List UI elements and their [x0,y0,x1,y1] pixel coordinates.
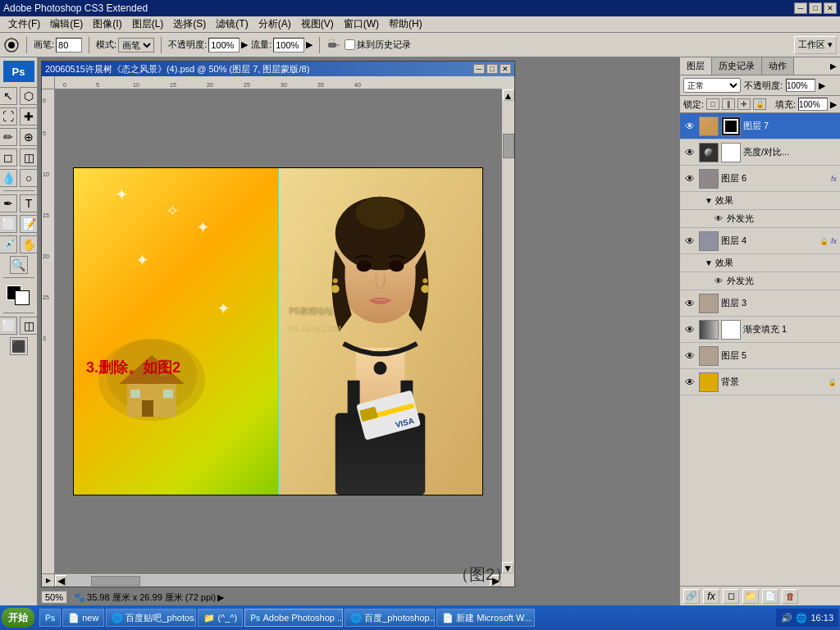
vscroll-up-btn[interactable]: ▲ [503,89,514,101]
title-bar-buttons[interactable]: ─ □ ✕ [794,2,837,14]
notes-tool[interactable]: 📝 [20,215,38,233]
hscroll-track[interactable] [66,575,490,587]
hscroll-thumb[interactable] [91,576,140,586]
sub-layer-eye-glow-6[interactable]: 👁 [713,213,724,225]
color-picker[interactable] [3,282,34,308]
tab-history[interactable]: 历史记录 [712,57,762,75]
add-mask-btn[interactable]: ◻ [723,589,739,604]
taskbar-item-ps[interactable]: Ps [39,609,61,627]
healing-tool[interactable]: ✚ [20,107,38,126]
lasso-tool[interactable]: ⬡ [20,87,38,105]
blend-mode-select[interactable]: 正常 [683,78,741,93]
taskbar-item-baidu-ps[interactable]: 🌐 百度_photoshop... [345,609,435,627]
standard-mode[interactable]: ⬜ [0,317,17,335]
blur-tool[interactable]: 💧 [0,169,17,187]
airbrush-btn[interactable] [326,38,341,52]
tab-layers[interactable]: 图层 [680,57,712,75]
canvas-viewport[interactable]: ✦ ✦ ✧ ✦ ✦ [55,89,501,573]
layer-eye-3[interactable]: 👁 [683,297,696,310]
layer-row-4[interactable]: 👁 图层 4 🔒 fx [680,228,840,254]
vscroll-thumb[interactable] [503,134,514,158]
layer-row-gradient[interactable]: 👁 渐变填充 1 [680,317,840,343]
sub-layer-eye-glow-4[interactable]: 👁 [713,276,724,287]
quickmask-mode[interactable]: ◫ [20,317,38,335]
clone-tool[interactable]: ⊕ [20,128,38,146]
menu-filter[interactable]: 滤镜(T) [211,16,253,33]
brush-size-input[interactable] [56,38,82,52]
panel-options-btn[interactable]: ▶ [830,62,837,71]
layer-row-5[interactable]: 👁 图层 5 [680,343,840,369]
shape-tool[interactable]: ⬜ [0,215,17,233]
menu-analyze[interactable]: 分析(A) [253,16,296,33]
workspace-btn[interactable]: 工作区 ▾ [794,36,837,54]
layer-row-6[interactable]: 👁 图层 6 fx [680,166,840,192]
fx-btn[interactable]: fx [703,589,719,604]
text-tool[interactable]: T [20,194,38,212]
hscroll-left-btn[interactable]: ◀ [55,575,66,587]
history-check[interactable] [345,39,355,50]
layer-row-bg[interactable]: 👁 背景 🔒 [680,369,840,395]
new-layer-btn[interactable]: 📄 [762,589,778,604]
doc-minimize-btn[interactable]: ─ [473,64,485,74]
menu-help[interactable]: 帮助(H) [384,16,427,33]
taskbar-item-word[interactable]: 📄 新建 Microsoft W... [436,609,535,627]
lock-paint-btn[interactable]: ∥ [722,98,735,110]
menu-layer[interactable]: 图层(L) [127,16,169,33]
menu-file[interactable]: 文件(F) [3,16,45,33]
taskbar-item-folder[interactable]: 📁 (^_^) [198,609,243,627]
zoom-tool[interactable]: 🔍 [10,256,28,274]
layer-eye-6[interactable]: 👁 [683,172,696,185]
flow-input[interactable] [273,38,304,52]
opacity-value-input[interactable] [786,79,815,92]
lock-move-btn[interactable]: ✛ [737,98,751,110]
screen-mode[interactable]: ⬛ [10,337,28,355]
move-tool[interactable]: ↖ [0,87,17,105]
minimize-button[interactable]: ─ [794,2,807,14]
menu-window[interactable]: 窗口(W) [339,16,384,33]
layer-row-3[interactable]: 👁 图层 3 [680,290,840,317]
menu-select[interactable]: 选择(S) [168,16,211,33]
layer-row-brightness[interactable]: 👁 亮度/对比... [680,139,840,166]
gradient-tool[interactable]: ◫ [20,148,38,167]
doc-hscroll[interactable]: ◀ ▶ [55,573,501,587]
crop-tool[interactable]: ⛶ [0,107,17,126]
opacity-arrow[interactable]: ▶ [819,80,825,91]
tab-actions[interactable]: 动作 [762,57,794,75]
layer-eye-bg[interactable]: 👁 [683,376,696,389]
menu-view[interactable]: 视图(V) [296,16,339,33]
doc-maximize-btn[interactable]: □ [486,64,498,74]
menu-edit[interactable]: 编辑(E) [45,16,88,33]
dodge-tool[interactable]: ○ [20,169,38,187]
hand-tool[interactable]: ✋ [20,235,38,253]
pen-tool[interactable]: ✒ [0,194,17,212]
layer-eye-gradient[interactable]: 👁 [683,323,696,336]
layer-row-7[interactable]: 👁 图层 7 [680,113,840,139]
maximize-button[interactable]: □ [809,2,822,14]
taskbar-item-new[interactable]: 📄 new [62,609,104,627]
fill-value-input[interactable] [798,98,828,111]
start-button[interactable]: 开始 [2,608,34,628]
fill-arrow[interactable]: ▶ [830,99,837,110]
close-button[interactable]: ✕ [824,2,837,14]
history-checkbox[interactable]: 抹到历史记录 [345,39,411,51]
link-layers-btn[interactable]: 🔗 [683,589,700,604]
eraser-tool[interactable]: ◻ [0,148,17,167]
layer-eye-5[interactable]: 👁 [683,349,696,363]
opacity-input[interactable] [208,38,240,52]
taskbar-item-photoshop[interactable]: Ps Adobe Photoshop ... [244,609,343,627]
doc-title-buttons[interactable]: ─ □ ✕ [473,64,511,74]
taskbar-item-baidu-tieba[interactable]: 🌐 百度贴吧_photos... [106,609,196,627]
brush-tool[interactable]: ✏ [0,128,17,146]
new-group-btn[interactable]: 📁 [742,589,759,604]
doc-close-btn[interactable]: ✕ [500,64,511,74]
lock-transparent-btn[interactable]: □ [706,98,719,110]
layer-eye-7[interactable]: 👁 [683,120,696,133]
doc-vscroll[interactable]: ▲ ▼ [501,89,514,573]
lock-all-btn[interactable]: 🔒 [753,98,766,110]
eyedropper-tool[interactable]: 💉 [0,235,17,253]
menu-image[interactable]: 图像(I) [88,16,126,33]
layer-eye-4[interactable]: 👁 [683,235,696,248]
workspace-button[interactable]: 工作区 ▾ [794,36,837,54]
mode-select[interactable]: 画笔 [118,38,154,52]
delete-layer-btn[interactable]: 🗑 [782,589,798,604]
